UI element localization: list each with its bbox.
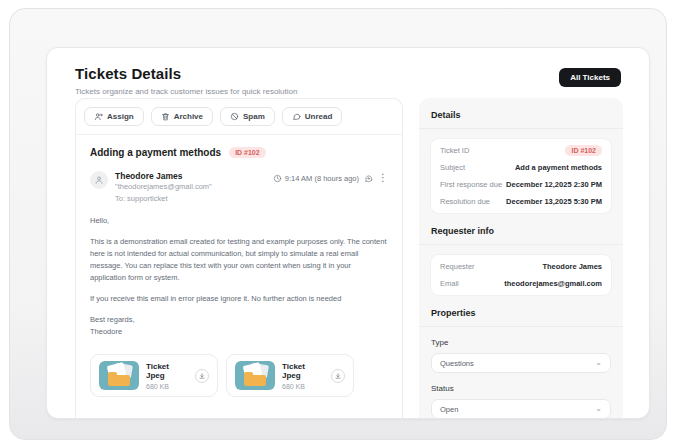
assign-user-icon — [94, 112, 103, 121]
type-select-value: Questions — [440, 359, 595, 368]
sender-name: Theodore James — [115, 171, 183, 181]
ticket-title-row: Adding a payment methods ID #102 — [90, 147, 388, 158]
ticket-toolbar: Assign Archive Spam — [76, 99, 402, 135]
page-subtitle: Tickets organize and track customer issu… — [75, 87, 621, 96]
timestamp-text: 9:14 AM (8 hours ago) — [285, 174, 359, 183]
to-line: To: supporticket — [115, 194, 273, 203]
detail-label: Email — [440, 279, 459, 288]
detail-label: First response due — [440, 180, 502, 189]
person-icon — [94, 175, 104, 185]
download-button[interactable] — [331, 369, 345, 383]
ticket-id-badge: ID #102 — [229, 147, 266, 158]
requester-row-name: Requester Theodore James — [440, 258, 602, 275]
status-label: Status — [431, 384, 611, 393]
tickets-details-card: Tickets Details Tickets organize and tra… — [46, 47, 650, 419]
download-button[interactable] — [195, 369, 209, 383]
requester-section-title: Requester info — [431, 226, 611, 236]
app-window: Tickets Details Tickets organize and tra… — [9, 8, 667, 440]
divider — [419, 326, 623, 327]
attachment-card[interactable]: Ticket Jpeg 680 KB — [226, 354, 354, 397]
sender-info: Theodore James "theodorejames@gmail.com"… — [115, 171, 273, 203]
detail-row-resolution: Resolution due December 13,2025 5:30 PM — [440, 193, 602, 210]
attachment-thumbnail-icon — [99, 361, 139, 390]
sender-email: "theodorejames@gmail.com" — [115, 182, 212, 191]
detail-value: theodorejames@gmail.com — [504, 279, 602, 288]
type-label: Type — [431, 338, 611, 347]
attachment-thumbnail-icon — [235, 361, 275, 390]
assign-button[interactable]: Assign — [84, 107, 144, 126]
timestamp: 9:14 AM (8 hours ago) — [273, 174, 359, 183]
message-meta: 9:14 AM (8 hours ago) ⋮ — [273, 173, 388, 183]
attachment-name: Ticket Jpeg — [146, 362, 188, 380]
detail-value: December 12,2025 2:30 PM — [506, 180, 602, 189]
assign-button-label: Assign — [107, 112, 134, 121]
attachments-row: Ticket Jpeg 680 KB — [90, 354, 388, 397]
kebab-menu-icon[interactable]: ⋮ — [378, 173, 388, 183]
page-title: Tickets Details — [75, 65, 621, 82]
details-rows-card: Ticket ID ID #102 Subject Add a payment … — [431, 139, 611, 213]
detail-row-first-response: First response due December 12,2025 2:30… — [440, 176, 602, 193]
attachment-size: 680 KB — [146, 383, 188, 390]
reply-icon[interactable] — [364, 174, 373, 183]
divider — [419, 128, 623, 129]
type-select[interactable]: Questions ⌄ — [431, 353, 611, 373]
body-paragraph-2: If you receive this email in error pleas… — [90, 293, 388, 305]
attachment-name: Ticket Jpeg — [282, 362, 324, 380]
thread-content: Adding a payment methods ID #102 Theodor… — [76, 135, 402, 419]
attachment-meta: Ticket Jpeg 680 KB — [146, 362, 188, 390]
detail-row-subject: Subject Add a payment methods — [440, 159, 602, 176]
attachment-card[interactable]: Ticket Jpeg 680 KB — [90, 354, 218, 397]
spam-button-label: Spam — [243, 112, 265, 121]
detail-value: December 13,2025 5:30 PM — [506, 197, 602, 206]
archive-icon — [161, 112, 170, 121]
requester-row-email: Email theodorejames@gmail.com — [440, 275, 602, 292]
requester-rows-card: Requester Theodore James Email theodorej… — [431, 255, 611, 295]
status-select-value: Open — [440, 405, 595, 414]
attachment-meta: Ticket Jpeg 680 KB — [282, 362, 324, 390]
ticket-thread-panel: Assign Archive Spam — [75, 98, 403, 419]
divider — [419, 244, 623, 245]
chevron-down-icon: ⌄ — [595, 405, 602, 413]
archive-button-label: Archive — [174, 112, 203, 121]
status-select[interactable]: Open ⌄ — [431, 399, 611, 419]
sender-line: Theodore James "theodorejames@gmail.com" — [115, 171, 273, 191]
all-tickets-button[interactable]: All Tickets — [559, 68, 621, 87]
download-icon — [334, 372, 342, 380]
details-section-title: Details — [431, 110, 611, 120]
detail-row-ticket-id: Ticket ID ID #102 — [440, 142, 602, 159]
unread-button[interactable]: Unread — [282, 107, 343, 126]
clock-icon — [273, 174, 282, 183]
unread-button-label: Unread — [305, 112, 333, 121]
detail-label: Resolution due — [440, 197, 490, 206]
properties-section-title: Properties — [431, 308, 611, 318]
attachment-size: 680 KB — [282, 383, 324, 390]
ticket-title: Adding a payment methods — [90, 147, 221, 158]
body-signoff: Best regards, — [90, 314, 388, 326]
unread-icon — [292, 112, 301, 121]
card-header: Tickets Details Tickets organize and tra… — [47, 48, 649, 96]
detail-label: Ticket ID — [440, 146, 469, 155]
body-greeting: Hello, — [90, 215, 388, 227]
sender-row: Theodore James "theodorejames@gmail.com"… — [90, 171, 388, 203]
detail-value: Add a payment methods — [515, 163, 602, 172]
spam-icon — [230, 112, 239, 121]
archive-button[interactable]: Archive — [151, 107, 213, 126]
body-paragraph-1: This is a demonstration email created fo… — [90, 236, 388, 284]
detail-label: Requester — [440, 262, 475, 271]
email-body: Hello, This is a demonstration email cre… — [90, 215, 388, 338]
chevron-down-icon: ⌄ — [595, 359, 602, 367]
detail-label: Subject — [440, 163, 465, 172]
ticket-id-badge: ID #102 — [565, 145, 602, 156]
details-panel: Details Ticket ID ID #102 Subject Add a … — [419, 98, 623, 419]
spam-button[interactable]: Spam — [220, 107, 275, 126]
avatar — [90, 171, 108, 189]
download-icon — [198, 372, 206, 380]
body-signature: Theodore — [90, 326, 388, 338]
detail-value: Theodore James — [542, 262, 602, 271]
